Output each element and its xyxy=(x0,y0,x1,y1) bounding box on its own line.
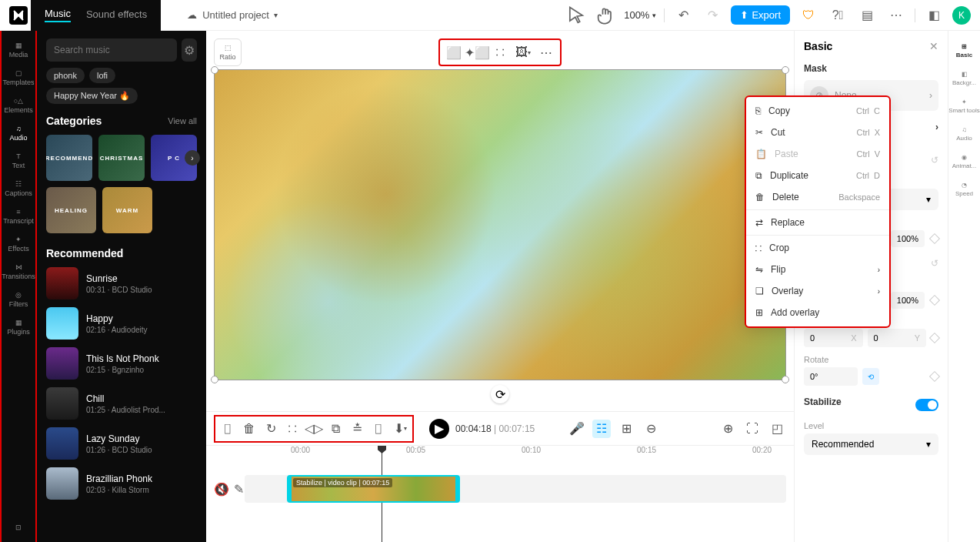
zoom-in-icon[interactable]: ⊕ xyxy=(718,420,737,438)
redo-icon[interactable]: ↷ xyxy=(702,5,723,26)
ctx-add-overlay[interactable]: ⊞Add overlay xyxy=(746,302,889,323)
scale-value[interactable]: 100% xyxy=(891,292,925,309)
export-button[interactable]: ⬆ Export xyxy=(731,5,790,25)
hand-tool-icon[interactable] xyxy=(595,5,616,26)
close-panel-icon[interactable]: ✕ xyxy=(929,40,938,52)
layers-icon[interactable]: ▤ xyxy=(856,5,878,26)
adjust-icon[interactable]: ≛ xyxy=(348,420,366,438)
rail-plugins[interactable]: ▦Plugins xyxy=(0,314,37,340)
track-item[interactable]: Sunrise00:31 · BCD Studio xyxy=(46,267,197,299)
tag-lofi[interactable]: lofi xyxy=(89,68,115,83)
avatar[interactable]: K xyxy=(952,6,971,25)
zoom-level[interactable]: 100% ▾ xyxy=(624,9,656,21)
ctx-crop[interactable]: ⸬Crop xyxy=(746,237,889,259)
view-all-link[interactable]: View all xyxy=(168,116,197,125)
image-icon[interactable]: 🖼 ▾ xyxy=(514,43,532,62)
captions-tool-icon[interactable]: ☷ xyxy=(592,420,611,438)
collapse-tl-icon[interactable]: ◰ xyxy=(768,420,786,438)
rail-media[interactable]: ▦Media xyxy=(0,37,37,63)
timeline-ruler[interactable]: 00:00 00:05 00:10 00:15 00:20 xyxy=(245,446,786,461)
reset-icon[interactable]: ↺ xyxy=(931,258,938,269)
ratio-button[interactable]: ⬚Ratio xyxy=(214,38,242,66)
mirror-icon[interactable]: ◁▷ xyxy=(305,420,323,438)
keyframe-icon[interactable] xyxy=(929,295,940,306)
position-y-input[interactable]: 0Y xyxy=(868,329,927,347)
tag-phonk[interactable]: phonk xyxy=(46,68,85,83)
ctx-cut[interactable]: ✂CutCtrlX xyxy=(746,122,889,143)
opacity-value[interactable]: 100% xyxy=(891,230,925,247)
tab-sound-effects[interactable]: Sound effects xyxy=(86,8,147,22)
rail-filters[interactable]: ◎Filters xyxy=(0,286,37,313)
rr-speed[interactable]: ◔Speed xyxy=(955,177,973,202)
undo-icon[interactable]: ↶ xyxy=(672,5,694,26)
download-icon[interactable]: ⬇ ▾ xyxy=(391,420,409,438)
mute-icon[interactable]: 🔇 xyxy=(214,480,229,498)
rotate-input[interactable]: 0° xyxy=(804,367,858,386)
filter-button[interactable]: ⚙ xyxy=(182,38,197,62)
tag-hny[interactable]: Happy New Year 🔥 xyxy=(46,88,138,104)
track-item[interactable]: Happy02:16 · Audiodeity xyxy=(46,307,197,340)
rotate-icon[interactable]: ↻ xyxy=(262,420,280,438)
rail-effects[interactable]: ✦Effects xyxy=(0,231,37,257)
category-christmas[interactable]: CHRISTMAS xyxy=(98,135,145,181)
ctx-flip[interactable]: ⇋Flip› xyxy=(746,259,889,280)
rail-templates[interactable]: ▢Templates xyxy=(0,65,37,91)
panel-toggle-icon[interactable]: ◧ xyxy=(923,5,945,26)
rr-animation[interactable]: ◉Animat... xyxy=(952,149,977,174)
crop-icon[interactable]: ⸬ xyxy=(491,43,509,62)
rr-audio[interactable]: ♫Audio xyxy=(956,122,972,146)
stabilize-level-select[interactable]: Recommended▾ xyxy=(804,433,938,455)
rail-transcript[interactable]: ≡Transcript xyxy=(0,203,37,229)
track-item[interactable]: This Is Not Phonk02:15 · Bgnzinho xyxy=(46,347,197,380)
rr-smart-tools[interactable]: ✦Smart tools xyxy=(948,94,979,119)
categories-next[interactable]: › xyxy=(185,150,200,166)
remove-bg-icon[interactable]: ⬜ xyxy=(445,43,463,62)
ctx-copy[interactable]: ⎘CopyCtrlC xyxy=(746,100,889,122)
keyframe-icon[interactable] xyxy=(929,233,940,244)
ctx-replace[interactable]: ⇄Replace xyxy=(746,212,889,233)
canvas[interactable] xyxy=(214,69,786,380)
help-icon[interactable]: ?⃝ xyxy=(827,5,848,26)
category-healing[interactable]: HEALING xyxy=(46,187,96,233)
rail-collapse[interactable]: ⊡ xyxy=(0,519,37,536)
keyframe-icon[interactable] xyxy=(929,333,940,343)
ctx-duplicate[interactable]: ⧉DuplicateCtrlD xyxy=(746,165,889,186)
track-item[interactable]: Brazillian Phonk02:03 · Killa Storm xyxy=(46,467,197,500)
edit-track-icon[interactable]: ✎ xyxy=(232,480,245,498)
tab-music[interactable]: Music xyxy=(45,8,71,22)
shield-icon[interactable]: 🛡 xyxy=(798,5,819,26)
enhance-icon[interactable]: ✦⬜ xyxy=(468,43,486,62)
keyframe-icon[interactable] xyxy=(929,371,940,382)
track-item[interactable]: Lazy Sunday01:26 · BCD Studio xyxy=(46,427,197,460)
category-warm[interactable]: WARM xyxy=(102,187,152,233)
category-recommend[interactable]: RECOMMEND xyxy=(46,135,92,181)
ctx-overlay[interactable]: ❏Overlay› xyxy=(746,280,889,302)
rail-elements[interactable]: ○△Elements xyxy=(0,92,37,119)
video-clip[interactable]: Stabilize | video clip | 00:07:15 xyxy=(287,475,460,503)
rotate-reset-button[interactable]: ⟲ xyxy=(862,368,879,385)
track-item[interactable]: Chill01:25 · Audiolist Prod... xyxy=(46,387,197,420)
search-input[interactable] xyxy=(46,38,177,62)
align-icon[interactable]: ⊞ xyxy=(617,420,635,438)
project-title[interactable]: ☁ Untitled project ▾ xyxy=(185,9,278,22)
rail-transitions[interactable]: ⋈Transitions xyxy=(0,259,37,285)
cursor-tool-icon[interactable] xyxy=(565,5,587,26)
position-x-input[interactable]: 0X xyxy=(804,329,863,347)
more-icon[interactable]: ⋯ xyxy=(537,43,555,62)
crop-tool-icon[interactable]: ⸬ xyxy=(283,420,302,438)
rail-audio[interactable]: ♫Audio xyxy=(0,120,37,146)
more-icon[interactable]: ⋯ xyxy=(885,5,907,26)
rail-text[interactable]: TText xyxy=(0,148,37,174)
play-button[interactable]: ▶ xyxy=(429,419,449,439)
fullscreen-icon[interactable]: ⛶ xyxy=(743,420,762,438)
zoom-out-icon[interactable]: ⊖ xyxy=(642,420,660,438)
split-icon[interactable]: ⌷ xyxy=(218,420,237,438)
ctx-delete[interactable]: 🗑DeleteBackspace xyxy=(746,186,889,208)
mic-icon[interactable]: 🎤 xyxy=(568,420,586,438)
rr-basic[interactable]: ⊞Basic xyxy=(956,38,972,63)
copy-tool-icon[interactable]: ⧉ xyxy=(326,420,345,438)
rr-background[interactable]: ◧Backgr... xyxy=(952,66,976,91)
split-tool-icon[interactable]: ⌷ xyxy=(369,420,388,438)
reset-icon[interactable]: ↺ xyxy=(931,155,938,166)
stabilize-toggle[interactable] xyxy=(915,399,938,411)
